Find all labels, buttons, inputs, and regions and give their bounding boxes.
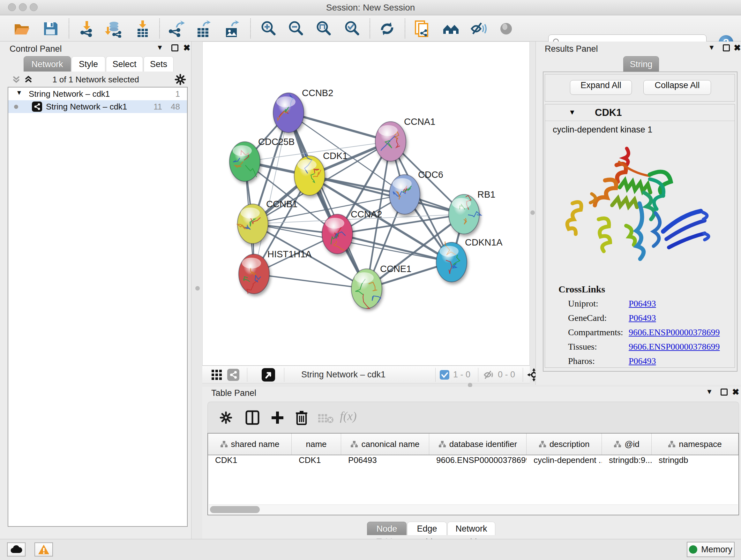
collapse-all-icon[interactable] bbox=[11, 75, 21, 84]
right-splitter-handle[interactable] bbox=[530, 210, 535, 215]
control-panel: Control Panel ▼ ✖ Network Style Select S… bbox=[0, 42, 192, 539]
column-header-database-identifier[interactable]: database identifier bbox=[429, 434, 527, 455]
export-image-icon[interactable] bbox=[223, 20, 241, 38]
protein-structure-image bbox=[554, 139, 726, 277]
network-node-CCNE1[interactable]: CCNE1 bbox=[351, 264, 411, 308]
collapse-all-button[interactable]: Collapse All bbox=[643, 80, 711, 95]
delete-column-icon[interactable] bbox=[294, 410, 309, 426]
open-session-icon[interactable] bbox=[13, 20, 30, 38]
hscrollbar-thumb[interactable] bbox=[210, 506, 260, 513]
hidden-eye-icon[interactable] bbox=[483, 370, 495, 380]
tab-edge-table[interactable]: Edge Table bbox=[407, 522, 447, 535]
zoom-out-icon[interactable] bbox=[287, 20, 305, 38]
tab-node-table[interactable]: Node Table bbox=[367, 522, 407, 535]
import-network-database-icon[interactable] bbox=[105, 20, 122, 38]
window-minimize-button[interactable] bbox=[19, 3, 27, 11]
grid-view-icon[interactable] bbox=[211, 369, 222, 380]
tab-network[interactable]: Network bbox=[23, 56, 71, 71]
network-canvas[interactable]: CCNB2CCNA1CDC25BCDK1CDC6RB1CCNB1CCNA2CDK… bbox=[202, 42, 530, 366]
tab-select[interactable]: Select bbox=[106, 56, 143, 71]
column-header-canonical-name[interactable]: canonical name bbox=[341, 434, 429, 455]
column-type-icon bbox=[668, 440, 676, 448]
control-panel-menu-icon[interactable]: ▼ bbox=[156, 44, 163, 52]
birdseye-view-icon[interactable] bbox=[262, 368, 275, 381]
crosslink-label: Compartments: bbox=[568, 327, 623, 337]
clone-network-icon[interactable] bbox=[413, 20, 431, 38]
control-panel-float-icon[interactable] bbox=[172, 44, 179, 51]
table-cell[interactable]: 9606.ENSP00000378699 bbox=[429, 455, 527, 468]
show-graphics-details-icon[interactable] bbox=[497, 20, 515, 38]
table-cell[interactable]: CDK1 bbox=[292, 455, 341, 468]
warnings-button[interactable] bbox=[35, 543, 53, 557]
expand-all-icon[interactable] bbox=[23, 75, 33, 84]
table-cell[interactable]: cyclin-dependent ... bbox=[527, 455, 602, 468]
tree-expand-icon[interactable]: ▼ bbox=[16, 89, 22, 97]
expand-all-button[interactable]: Expand All bbox=[570, 80, 632, 95]
window-zoom-button[interactable] bbox=[30, 3, 38, 11]
import-network-file-icon[interactable] bbox=[78, 20, 96, 38]
table-options-gear-icon[interactable] bbox=[219, 411, 232, 424]
control-panel-close-icon[interactable]: ✖ bbox=[183, 43, 191, 53]
network-node-HIST1H1A[interactable]: HIST1H1A bbox=[239, 249, 312, 294]
table-row[interactable]: CDK1CDK1P064939606.ENSP00000378699cyclin… bbox=[208, 455, 738, 468]
crosslink-link[interactable]: P06493 bbox=[629, 313, 656, 323]
bottom-splitter-handle[interactable] bbox=[468, 383, 472, 387]
zoom-in-icon[interactable] bbox=[259, 20, 277, 38]
table-panel-float-icon[interactable] bbox=[721, 388, 728, 395]
tab-style[interactable]: Style bbox=[71, 56, 105, 71]
window-close-button[interactable] bbox=[8, 3, 16, 11]
apply-layout-icon[interactable] bbox=[378, 20, 396, 38]
column-header-shared-name[interactable]: shared name bbox=[208, 434, 292, 455]
tab-sets[interactable]: Sets bbox=[144, 56, 174, 71]
zoom-selected-icon[interactable] bbox=[343, 20, 361, 38]
column-header-name[interactable]: name bbox=[292, 434, 341, 455]
results-panel-menu-icon[interactable]: ▼ bbox=[708, 44, 715, 52]
table-hscrollbar[interactable] bbox=[209, 504, 738, 514]
tab-network-table[interactable]: Network Table bbox=[448, 522, 495, 535]
results-panel-float-icon[interactable] bbox=[723, 44, 730, 51]
results-panel-close-icon[interactable]: ✖ bbox=[734, 43, 741, 53]
import-table-file-icon[interactable] bbox=[134, 20, 151, 38]
column-header--id[interactable]: @id bbox=[602, 434, 652, 455]
node-result-header[interactable]: ▼ CDK1 bbox=[545, 105, 735, 121]
memory-button[interactable]: Memory bbox=[687, 542, 735, 557]
crosslink-link[interactable]: 9606.ENSP00000378699 bbox=[629, 341, 720, 352]
network-node-RB1[interactable]: RB1 bbox=[449, 189, 495, 234]
crosslink-link[interactable]: 9606.ENSP00000378699 bbox=[629, 327, 720, 337]
delete-table-icon[interactable] bbox=[318, 413, 334, 424]
network-tree-root-row[interactable]: ▼ String Network – cdk1 1 bbox=[8, 87, 187, 100]
table-cell[interactable]: CDK1 bbox=[208, 455, 292, 468]
table-panel-close-icon[interactable]: ✖ bbox=[732, 387, 739, 397]
network-node-CCNB1[interactable]: CCNB1 bbox=[238, 199, 298, 244]
network-node-CCNB2[interactable]: CCNB2 bbox=[273, 88, 333, 132]
table-panel-menu-icon[interactable]: ▼ bbox=[706, 388, 713, 396]
collapse-section-icon[interactable]: ▼ bbox=[569, 108, 576, 117]
network-options-gear-icon[interactable] bbox=[174, 73, 186, 85]
network-node-CCNA1[interactable]: CCNA1 bbox=[375, 117, 435, 161]
network-share-icon[interactable] bbox=[227, 369, 239, 381]
export-table-icon[interactable] bbox=[194, 20, 212, 38]
save-session-icon[interactable] bbox=[42, 20, 59, 38]
column-header-label: database identifier bbox=[449, 439, 517, 449]
home-icon[interactable] bbox=[442, 20, 460, 38]
tab-string[interactable]: String bbox=[623, 56, 659, 71]
column-header-description[interactable]: description bbox=[527, 434, 602, 455]
add-column-icon[interactable] bbox=[270, 410, 284, 425]
network-node-CDKN1A[interactable]: CDKN1A bbox=[436, 237, 502, 282]
zoom-fit-icon[interactable] bbox=[315, 20, 333, 38]
table-cell[interactable]: P06493 bbox=[341, 455, 429, 468]
hide-graphics-details-icon[interactable] bbox=[470, 20, 488, 38]
selected-checkbox-icon[interactable] bbox=[440, 370, 449, 380]
crosslink-link[interactable]: P06493 bbox=[629, 299, 656, 309]
function-builder-icon[interactable]: f(x) bbox=[340, 409, 357, 423]
network-tree-child-row[interactable]: String Network – cdk1 11 48 bbox=[8, 100, 187, 113]
table-cell[interactable]: stringdb bbox=[652, 455, 738, 468]
show-columns-icon[interactable] bbox=[246, 410, 259, 425]
column-header-namespace[interactable]: namespace bbox=[652, 434, 738, 455]
crosslink-link[interactable]: P06493 bbox=[629, 356, 656, 366]
cloud-button[interactable] bbox=[7, 543, 25, 557]
export-network-icon[interactable] bbox=[167, 20, 185, 38]
table-cell[interactable]: stringdb:9... bbox=[602, 455, 652, 468]
left-splitter-handle[interactable] bbox=[195, 286, 200, 291]
toolbar-separator bbox=[284, 368, 284, 382]
